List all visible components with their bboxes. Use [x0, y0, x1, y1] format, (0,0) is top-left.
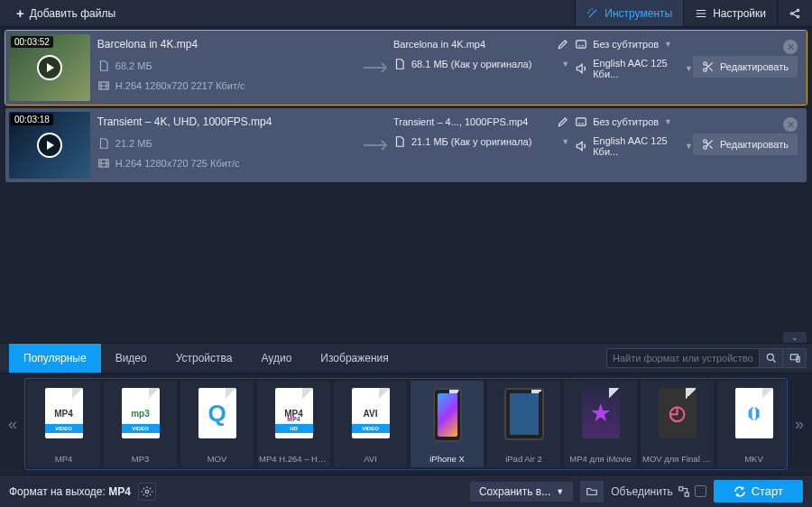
- preset-icon: [582, 388, 620, 438]
- source-size-row: 21.2 МБ: [97, 137, 355, 150]
- duration-badge: 00:03:18: [11, 114, 53, 125]
- svg-rect-4: [577, 41, 586, 48]
- search-input[interactable]: [606, 348, 760, 368]
- add-files-label: Добавить файлы: [30, 7, 115, 20]
- svg-point-10: [704, 146, 707, 150]
- subtitles-label: Без субтитров: [593, 116, 659, 127]
- subtitles-dropdown[interactable]: Без субтитров ▼: [575, 115, 693, 128]
- category-tabs: Популярные Видео Устройства Аудио Изобра…: [0, 343, 812, 373]
- start-button[interactable]: Старт: [714, 480, 803, 502]
- presets-pane: ⌄ Популярные Видео Устройства Аудио Изоб…: [0, 343, 812, 475]
- carousel-prev[interactable]: «: [0, 379, 25, 469]
- svg-rect-15: [678, 486, 682, 490]
- detect-device-button[interactable]: [783, 348, 807, 368]
- video-thumbnail[interactable]: 00:03:18: [9, 112, 90, 179]
- rename-button[interactable]: [557, 38, 569, 51]
- source-codec-row: H.264 1280x720 2217 Кбит/с: [97, 79, 355, 92]
- preset-icon: [504, 388, 544, 440]
- preset-label: MP4 для iMovie: [566, 454, 635, 464]
- audio-track-dropdown[interactable]: English AAC 125 Кби... ▼: [575, 135, 693, 157]
- collapse-toggle[interactable]: ⌄: [783, 332, 807, 343]
- preset-tile[interactable]: MP4 HD MP4 MP4 H.264 – HD 7...: [257, 381, 330, 467]
- play-icon[interactable]: [37, 55, 62, 80]
- menu-icon: [695, 7, 707, 20]
- audio-label: English AAC 125 Кби...: [593, 135, 679, 157]
- video-thumbnail[interactable]: 00:03:52: [9, 34, 90, 101]
- save-destination-dropdown[interactable]: Сохранить в... ▼: [470, 482, 573, 502]
- edit-label: Редактировать: [720, 61, 789, 72]
- gear-icon: [141, 485, 153, 498]
- source-codec-row: H.264 1280x720 725 Кбит/с: [97, 157, 355, 170]
- merge-label: Объединить: [611, 485, 673, 498]
- source-size: 21.2 МБ: [115, 138, 152, 149]
- svg-point-1: [797, 9, 798, 11]
- browse-folder-button[interactable]: [580, 481, 604, 502]
- add-files-button[interactable]: + Добавить файлы: [7, 0, 125, 26]
- chevron-down-icon: ▼: [561, 137, 569, 146]
- preset-label: AVI: [336, 454, 405, 464]
- source-info: Barcelona in 4K.mp4 68.2 МБ H.264 1280x7…: [94, 31, 358, 105]
- tab-popular[interactable]: Популярные: [9, 344, 101, 373]
- video-codec-icon: [97, 79, 110, 92]
- play-icon[interactable]: [37, 133, 62, 158]
- tab-images[interactable]: Изображения: [306, 344, 402, 373]
- chevron-down-icon: ▼: [685, 142, 693, 151]
- preset-tile[interactable]: iPhone X: [411, 381, 484, 467]
- source-filename: Barcelona in 4K.mp4: [97, 38, 355, 51]
- file-card[interactable]: 00:03:52 Barcelona in 4K.mp4 68.2 МБ H.2…: [5, 31, 807, 105]
- folder-icon: [586, 485, 598, 498]
- preset-icon: [659, 388, 697, 438]
- tracks-info: Без субтитров ▼ English AAC 125 Кби... ▼: [569, 31, 693, 105]
- source-info: Transient – 4K, UHD, 1000FPS.mp4 21.2 МБ…: [94, 108, 358, 182]
- preset-tile[interactable]: mp3 VIDEO MP3: [104, 381, 177, 467]
- tab-video[interactable]: Видео: [101, 344, 161, 373]
- file-icon: [393, 58, 406, 70]
- file-card[interactable]: 00:03:18 Transient – 4K, UHD, 1000FPS.mp…: [5, 108, 807, 182]
- tracks-info: Без субтитров ▼ English AAC 125 Кби... ▼: [569, 108, 693, 182]
- preset-tile[interactable]: MKV: [717, 381, 787, 467]
- svg-rect-16: [685, 493, 688, 496]
- preset-tile[interactable]: MOV: [180, 381, 254, 467]
- output-filename: Transient – 4..., 1000FPS.mp4: [393, 116, 548, 127]
- preset-icon: [198, 388, 236, 438]
- carousel-next[interactable]: »: [787, 379, 812, 469]
- preset-tile[interactable]: MP4 для iMovie: [564, 381, 637, 467]
- presets-strip: MP4 VIDEO MP4 mp3 VIDEO MP3 MOV MP4 HD M…: [25, 379, 787, 469]
- remove-file-button[interactable]: ✕: [783, 117, 798, 132]
- output-size-row[interactable]: 68.1 МБ (Как у оригинала) ▼: [393, 58, 569, 70]
- remove-file-button[interactable]: ✕: [783, 40, 798, 54]
- output-size-row[interactable]: 21.1 МБ (Как у оригинала) ▼: [393, 135, 569, 148]
- subtitles-label: Без субтитров: [593, 39, 659, 50]
- preset-tile[interactable]: iPad Air 2: [487, 381, 560, 467]
- preset-tile[interactable]: AVI VIDEO AVI: [334, 381, 407, 467]
- source-size: 68.2 МБ: [115, 60, 152, 71]
- wand-icon: [586, 7, 599, 20]
- duration-badge: 00:03:52: [11, 36, 53, 48]
- format-settings-button[interactable]: [138, 483, 156, 501]
- source-filename: Transient – 4K, UHD, 1000FPS.mp4: [97, 115, 355, 128]
- svg-point-5: [704, 62, 707, 66]
- preset-tile[interactable]: MP4 VIDEO MP4: [27, 381, 100, 467]
- svg-point-2: [797, 15, 798, 17]
- preset-label: MP3: [106, 454, 175, 464]
- settings-button[interactable]: Настройки: [683, 0, 777, 26]
- svg-point-11: [767, 354, 773, 360]
- subtitles-dropdown[interactable]: Без субтитров ▼: [575, 38, 693, 51]
- preset-tile[interactable]: MOV для Final Cut...: [641, 381, 714, 467]
- convert-icon: [734, 485, 746, 498]
- tab-audio[interactable]: Аудио: [246, 344, 306, 373]
- edit-button[interactable]: Редактировать: [693, 56, 798, 78]
- search-button[interactable]: [760, 348, 783, 368]
- output-info: Transient – 4..., 1000FPS.mp4 21.1 МБ (К…: [393, 108, 569, 182]
- audio-track-dropdown[interactable]: English AAC 125 Кби... ▼: [575, 58, 693, 79]
- search-icon: [765, 352, 778, 364]
- share-button[interactable]: [777, 0, 812, 26]
- edit-button[interactable]: Редактировать: [693, 134, 798, 155]
- tools-button[interactable]: Инструменты: [575, 0, 683, 26]
- footer: Формат на выходе: MP4 Сохранить в... ▼ О…: [0, 475, 812, 507]
- tab-devices[interactable]: Устройства: [161, 344, 247, 373]
- rename-button[interactable]: [557, 115, 569, 128]
- merge-checkbox[interactable]: [695, 485, 706, 497]
- start-label: Старт: [752, 484, 783, 498]
- merge-toggle[interactable]: Объединить: [611, 485, 706, 498]
